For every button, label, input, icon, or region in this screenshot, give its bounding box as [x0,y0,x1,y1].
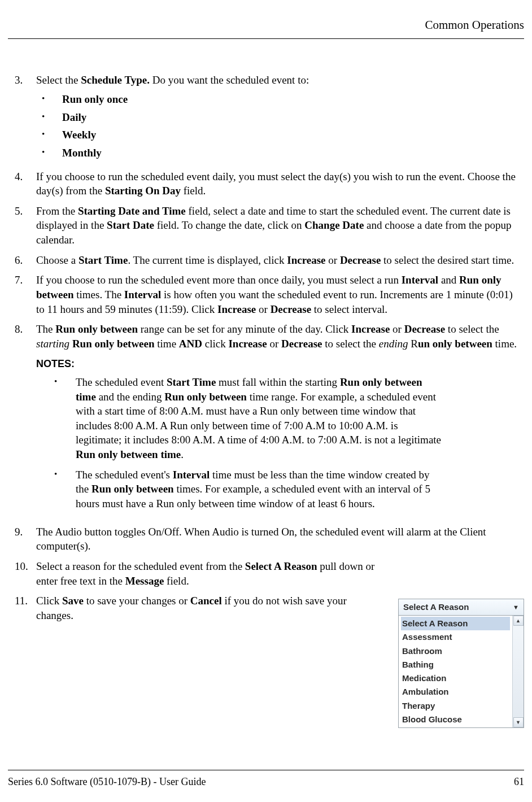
text: click [202,338,228,350]
text-bold: Run only between time [76,448,181,460]
text-bold: Start Time [167,376,216,388]
dropdown-option[interactable]: Bathing [401,658,510,672]
bullet-label: Run only once [62,92,128,107]
step-4: 4. If you choose to run the scheduled ev… [15,169,517,198]
text-bold: Increase [228,338,267,350]
text-bold: Starting Date and Time [78,205,186,217]
dropdown-closed-row[interactable]: Select A Reason ▼ [398,599,524,616]
bullet-icon: • [54,375,76,387]
text-bold: Run only between [164,391,247,403]
text: The scheduled event's [76,469,173,481]
scroll-down-icon[interactable]: ▼ [513,717,524,727]
dropdown-option[interactable]: Bathroom [401,644,510,658]
text-bold: Start Date [107,219,154,231]
bullet-icon: • [42,110,62,123]
text-bold: Decrease [404,323,445,335]
text-bold: Start Time [79,254,128,266]
bullet-label: Daily [62,110,86,125]
text-bold: Increase [217,303,256,315]
note-item: • The scheduled event Start Time must fa… [36,375,517,462]
text: If you choose to run the scheduled event… [36,274,402,286]
scroll-up-icon[interactable]: ▲ [513,616,524,626]
text-bold: Run only between [91,483,174,495]
chevron-down-icon: ▼ [513,603,519,612]
text-bold: un only between [418,338,492,350]
step-number: 11. [15,594,36,622]
text-bold: Run only between [55,323,138,335]
bullet-icon: • [54,468,76,480]
bullet-item: •Weekly [36,128,517,142]
text-bold: Decrease [340,254,381,266]
dropdown-open-panel: Select A Reason Assessment Bathroom Bath… [398,616,524,728]
text: to select the desired start time. [381,254,514,266]
page-number: 61 [514,775,524,788]
text: Choose a [36,254,79,266]
text: or [390,323,404,335]
step-number: 4. [15,169,36,198]
text: or [256,303,270,315]
dropdown-option[interactable]: Medication [401,672,510,685]
step-number: 6. [15,253,36,268]
bullet-label: Monthly [62,146,102,160]
text: R [408,338,417,350]
bullet-item: •Daily [36,110,517,125]
text-bold: Increase [287,254,325,266]
bullet-label: Weekly [62,128,96,142]
step-3: 3. Select the Schedule Type. Do you want… [15,73,517,163]
text: time [155,338,179,350]
step-number: 3. [15,73,36,163]
text-bold: Cancel [190,595,222,607]
dropdown-option-list: Select A Reason Assessment Bathroom Bath… [399,616,512,727]
header-rule [8,38,524,39]
select-reason-dropdown[interactable]: Select A Reason ▼ Select A Reason Assess… [398,599,524,728]
text: The scheduled event [76,376,167,388]
text-italic: ending [379,338,408,350]
dropdown-option[interactable]: Therapy [401,699,510,713]
step-8: 8. The Run only between range can be set… [15,322,517,516]
text-bold: Decrease [281,338,322,350]
text-bold: AND [179,338,202,350]
dropdown-option[interactable]: Ambulation [401,685,510,699]
bullet-icon: • [42,128,62,140]
text: to save your changes or [84,595,190,607]
step-6: 6. Choose a Start Time. The current time… [15,253,517,268]
text-bold: Save [62,595,84,607]
step-10: 10. Select a reason for the scheduled ev… [15,559,517,588]
text-bold: Run only between [72,338,155,350]
content-area: 3. Select the Schedule Type. Do you want… [8,73,524,622]
dropdown-option[interactable]: Assessment [401,630,510,644]
page-footer: Series 6.0 Software (0510-1079-B) - User… [8,770,524,788]
text: and [438,274,459,286]
page-header-title: Common Operations [8,17,524,33]
text: range can be set for any minute of the d… [138,323,351,335]
dropdown-selected-label: Select A Reason [403,602,469,613]
footer-rule [8,770,524,770]
text: to select the [445,323,499,335]
dropdown-option[interactable]: Select A Reason [401,617,510,630]
text-bold: Starting On Day [105,185,181,197]
dropdown-option[interactable]: Blood Glucose [401,713,510,726]
text: field. [164,575,189,587]
text: Select the [36,74,81,86]
step-number: 9. [15,525,36,553]
step-7: 7. If you choose to run the scheduled ev… [15,273,517,316]
text: Click [36,595,62,607]
text-bold: Decrease [271,303,311,315]
step-number: 7. [15,273,36,316]
text: to select interval. [311,303,387,315]
text-bold: Schedule Type. [81,74,150,86]
text: Select a reason for the scheduled event … [36,560,245,572]
text: The [36,323,55,335]
text-bold: Select A Reason [245,560,317,572]
footer-left-text: Series 6.0 Software (0510-1079-B) - User… [8,775,206,788]
step-number: 8. [15,322,36,516]
text: and the ending [96,391,164,403]
dropdown-scrollbar[interactable]: ▲ ▼ [512,616,524,727]
text: or [326,254,340,266]
bullet-icon: • [42,92,62,104]
bullet-item: •Run only once [36,92,517,107]
text: must fall within the starting [216,376,340,388]
text: field. To change the date, click on [154,219,304,231]
text-italic: starting [36,338,69,350]
text: The Audio button toggles On/Off. When Au… [36,525,517,553]
